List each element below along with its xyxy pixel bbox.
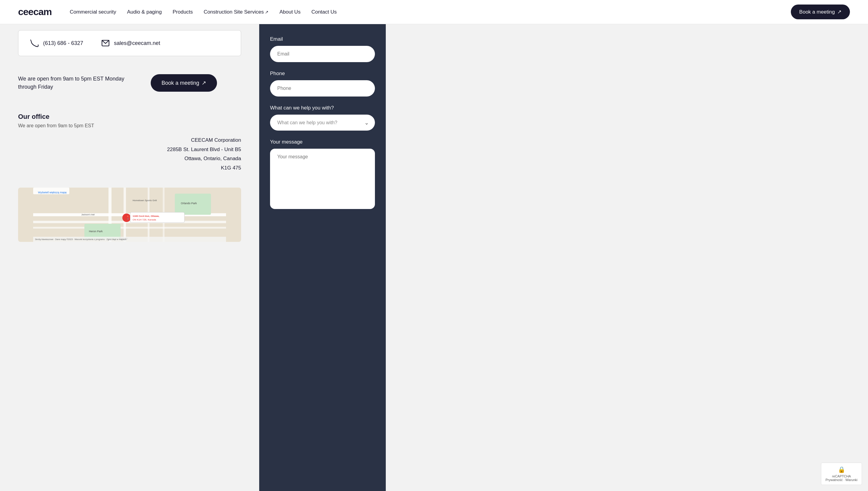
contact-info-box: (613) 686 - 6327 sales@ceecam.net	[18, 30, 241, 56]
email-input[interactable]	[270, 46, 375, 62]
svg-text:📍: 📍	[125, 215, 131, 221]
phone-input[interactable]	[270, 80, 375, 96]
left-content: (613) 686 - 6327 sales@ceecam.net We are…	[0, 24, 259, 491]
nav-item-about[interactable]: About Us	[279, 9, 301, 15]
office-content-row: CEECAM Corporation 2285B St. Laurent Blv…	[18, 136, 241, 181]
recaptcha-logo: 🔒	[838, 466, 845, 473]
svg-text:ON K1H 7Z6, Kanada: ON K1H 7Z6, Kanada	[133, 219, 156, 221]
nav-book-button[interactable]: Book a meeting ↗	[791, 4, 850, 19]
nav-item-commercial[interactable]: Commercial security	[70, 9, 116, 15]
external-link-icon: ↗	[265, 10, 269, 15]
company-name: CEECAM Corporation	[191, 136, 241, 145]
email-group: Email	[270, 36, 375, 62]
map-svg: Orlando Park Heron Park Hometown Sports …	[18, 187, 241, 242]
message-label: Your message	[270, 139, 375, 145]
postal-code: K1G 475	[221, 164, 241, 173]
navbar: ceecam Commercial security Audio & pagin…	[0, 0, 868, 24]
svg-text:Heron Park: Heron Park	[89, 230, 103, 233]
contact-form-sidebar: Email Phone What can we help you with? W…	[259, 24, 386, 491]
svg-text:Skróty klawiaszowe · Dane mapy: Skróty klawiaszowe · Dane mapy ©2023 · W…	[35, 238, 126, 241]
address-line1: 2285B St. Laurent Blvd - Unit B5	[167, 145, 241, 154]
email-address: sales@ceecam.net	[114, 40, 160, 47]
recaptcha-label: reCAPTCHA	[832, 474, 851, 478]
nav-link-products[interactable]: Products	[173, 9, 193, 15]
office-address: CEECAM Corporation 2285B St. Laurent Blv…	[167, 136, 241, 173]
nav-link-audio[interactable]: Audio & paging	[127, 9, 161, 15]
email-icon	[101, 39, 110, 47]
help-label: What can we help you with?	[270, 105, 375, 111]
svg-rect-3	[33, 221, 226, 223]
svg-rect-4	[33, 227, 226, 229]
svg-text:1183 Cecil Ave, Ottawa,: 1183 Cecil Ave, Ottawa,	[133, 215, 159, 218]
svg-text:Orlando Park: Orlando Park	[181, 202, 197, 205]
address-line2: Ottawa, Ontario, Canada	[184, 154, 241, 164]
nav-item-products[interactable]: Products	[173, 9, 193, 15]
svg-text:Wyświetl większą mapę: Wyświetl większą mapę	[38, 191, 67, 194]
phone-number: (613) 686 - 6327	[43, 40, 83, 47]
help-select-wrapper: What can we help you with? ⌄	[270, 115, 375, 131]
phone-info: (613) 686 - 6327	[30, 39, 83, 47]
nav-link-construction[interactable]: Construction Site Services ↗	[204, 9, 269, 15]
nav-links: Commercial security Audio & paging Produ…	[70, 9, 790, 15]
nav-link-contact[interactable]: Contact Us	[311, 9, 337, 15]
book-meeting-button[interactable]: Book a meeting ↗	[151, 74, 217, 92]
nav-link-commercial[interactable]: Commercial security	[70, 9, 116, 15]
message-group: Your message	[270, 139, 375, 210]
nav-link-about[interactable]: About Us	[279, 9, 301, 15]
nav-item-construction[interactable]: Construction Site Services ↗	[204, 9, 269, 15]
email-info: sales@ceecam.net	[101, 39, 160, 47]
help-group: What can we help you with? What can we h…	[270, 105, 375, 131]
office-hours: We are open from 9am to 5pm EST	[18, 123, 241, 128]
arrow-icon: ↗	[202, 80, 206, 86]
message-textarea[interactable]	[270, 149, 375, 209]
phone-label: Phone	[270, 70, 375, 77]
svg-text:Hometown Sports Grill: Hometown Sports Grill	[133, 199, 157, 202]
hours-text: We are open from 9am to 5pm EST Monday t…	[18, 75, 133, 91]
svg-text:Jackson's trail: Jackson's trail	[82, 213, 95, 215]
map-container[interactable]: Orlando Park Heron Park Hometown Sports …	[18, 187, 241, 242]
recaptcha-sub: Prywatność · Warunki	[826, 478, 858, 482]
page-content: (613) 686 - 6327 sales@ceecam.net We are…	[0, 24, 868, 491]
office-section: Our office We are open from 9am to 5pm E…	[18, 113, 241, 242]
nav-item-audio[interactable]: Audio & paging	[127, 9, 161, 15]
help-select[interactable]: What can we help you with?	[270, 115, 375, 131]
arrow-icon: ↗	[837, 9, 841, 15]
phone-icon	[30, 39, 39, 47]
recaptcha-badge: 🔒 reCAPTCHA Prywatność · Warunki	[821, 463, 862, 485]
phone-group: Phone	[270, 70, 375, 96]
hours-book-row: We are open from 9am to 5pm EST Monday t…	[18, 68, 241, 98]
office-title: Our office	[18, 113, 241, 121]
nav-item-contact[interactable]: Contact Us	[311, 9, 337, 15]
brand-logo[interactable]: ceecam	[18, 6, 52, 18]
email-label: Email	[270, 36, 375, 42]
